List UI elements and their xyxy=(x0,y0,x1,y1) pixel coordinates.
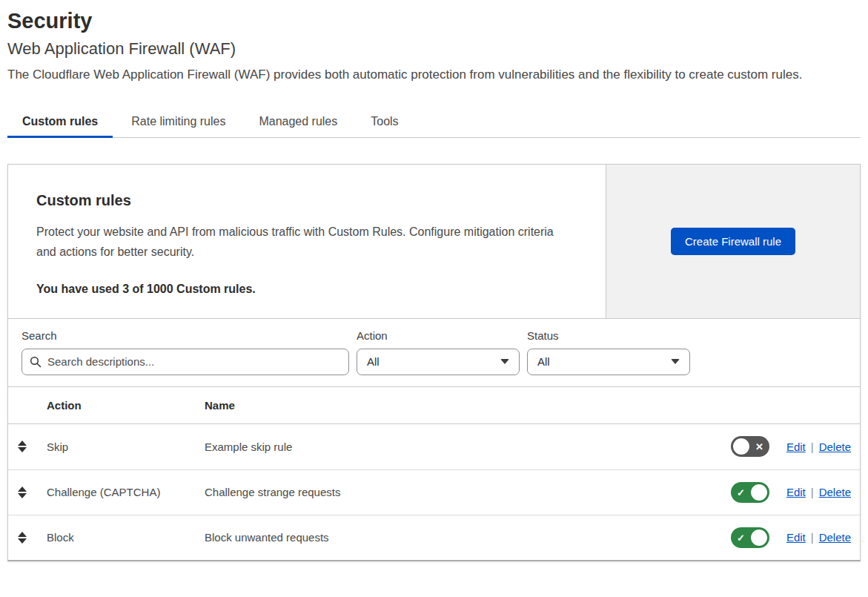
toggle-knob xyxy=(751,484,767,501)
rule-name: Challenge strange requests xyxy=(205,486,731,498)
action-filter: Action All xyxy=(357,329,520,375)
rule-action: Block xyxy=(47,531,205,544)
security-page: Security Web Application Firewall (WAF) … xyxy=(0,0,868,561)
x-icon: ✕ xyxy=(755,442,763,452)
custom-rules-panel: Custom rules Protect your website and AP… xyxy=(7,164,861,561)
chevron-down-icon xyxy=(671,359,680,364)
tab-tools[interactable]: Tools xyxy=(356,108,413,138)
action-filter-label: Action xyxy=(357,329,520,342)
search-label: Search xyxy=(21,329,349,342)
waf-tab-bar: Custom rules Rate limiting rules Managed… xyxy=(7,108,861,138)
action-filter-value: All xyxy=(367,355,380,368)
status-filter-select[interactable]: All xyxy=(527,349,690,375)
rule-name: Block unwanted requests xyxy=(205,531,731,544)
chevron-down-icon xyxy=(500,359,509,364)
check-icon: ✓ xyxy=(737,487,745,497)
rule-name: Example skip rule xyxy=(205,441,731,453)
rule-action: Skip xyxy=(47,441,205,453)
custom-rules-card: Custom rules Protect your website and AP… xyxy=(8,165,860,319)
delete-link[interactable]: Delete xyxy=(819,531,851,544)
create-firewall-rule-button[interactable]: Create Firewall rule xyxy=(671,228,795,255)
delete-link[interactable]: Delete xyxy=(819,441,851,453)
column-header-name: Name xyxy=(205,399,731,412)
column-header-action: Action xyxy=(47,399,205,412)
filter-bar: Search Action All Status xyxy=(8,319,860,386)
rule-enabled-toggle[interactable]: ✓ ✕ xyxy=(731,482,769,503)
delete-link[interactable]: Delete xyxy=(819,486,851,498)
rule-row: Block Block unwanted requests ✓ ✕ Edit|D… xyxy=(8,515,860,560)
create-rule-panel: Create Firewall rule xyxy=(606,165,860,318)
link-separator: | xyxy=(811,531,814,544)
search-filter: Search xyxy=(21,329,349,375)
search-input[interactable] xyxy=(21,349,349,375)
toggle-knob xyxy=(733,438,749,455)
drag-reorder-icon[interactable] xyxy=(18,486,27,498)
status-filter: Status All xyxy=(527,329,690,375)
card-heading: Custom rules xyxy=(36,192,576,209)
link-separator: | xyxy=(811,486,814,498)
link-separator: | xyxy=(811,441,814,453)
rules-usage-count: You have used 3 of 1000 Custom rules. xyxy=(36,283,576,296)
card-description: Protect your website and API from malici… xyxy=(36,222,576,263)
check-icon: ✓ xyxy=(737,532,745,542)
edit-link[interactable]: Edit xyxy=(786,486,806,498)
action-filter-select[interactable]: All xyxy=(357,349,520,375)
drag-reorder-icon[interactable] xyxy=(18,532,27,544)
tab-managed-rules[interactable]: Managed rules xyxy=(244,108,352,138)
rule-enabled-toggle[interactable]: ✓ ✕ xyxy=(731,436,769,457)
tab-custom-rules[interactable]: Custom rules xyxy=(7,108,113,138)
rule-row: Challenge (CAPTCHA) Challenge strange re… xyxy=(8,469,860,515)
page-subtitle: Web Application Firewall (WAF) xyxy=(7,39,861,59)
page-description: The Cloudflare Web Application Firewall … xyxy=(7,65,830,85)
rule-action: Challenge (CAPTCHA) xyxy=(47,486,205,498)
edit-link[interactable]: Edit xyxy=(786,441,806,453)
rules-table-body: Skip Example skip rule ✓ ✕ Edit|Delete C… xyxy=(8,424,860,560)
rule-row: Skip Example skip rule ✓ ✕ Edit|Delete xyxy=(8,424,860,469)
rules-table-header: Action Name xyxy=(8,386,860,424)
rule-enabled-toggle[interactable]: ✓ ✕ xyxy=(731,527,769,548)
status-filter-label: Status xyxy=(527,329,690,342)
custom-rules-card-info: Custom rules Protect your website and AP… xyxy=(8,165,606,318)
page-title: Security xyxy=(7,9,861,33)
edit-link[interactable]: Edit xyxy=(786,531,806,544)
search-icon xyxy=(30,356,42,368)
tab-rate-limiting-rules[interactable]: Rate limiting rules xyxy=(116,108,240,138)
toggle-knob xyxy=(751,530,767,546)
drag-reorder-icon[interactable] xyxy=(18,441,27,452)
status-filter-value: All xyxy=(537,355,550,368)
